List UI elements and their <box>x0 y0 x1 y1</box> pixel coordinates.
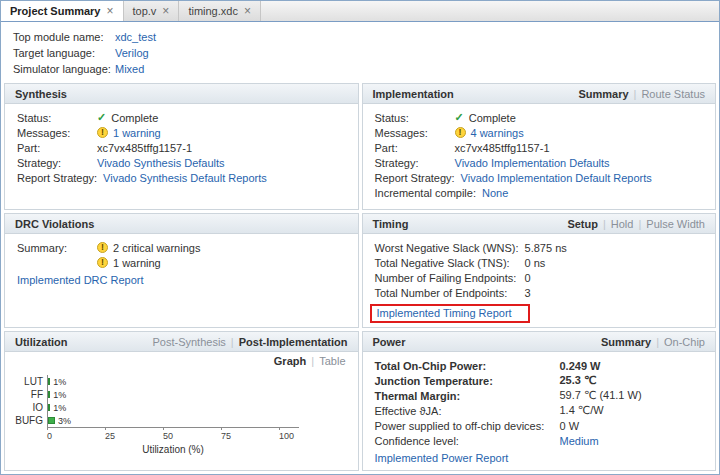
bar-value-label: 1% <box>53 390 66 400</box>
project-info: Top module name: xdc_test Target languag… <box>1 22 719 83</box>
implementation-panel: Implementation Summary | Route Status St… <box>362 83 717 210</box>
bar-value-label: 1% <box>53 403 66 413</box>
utilization-display-switcher: Graph | Table <box>5 352 358 369</box>
bar-track: 1% <box>47 401 299 414</box>
target-language-row: Target language: Verilog <box>13 45 719 61</box>
power-header: Power Summary | On-Chip <box>363 332 716 352</box>
close-icon[interactable]: × <box>162 4 169 18</box>
view-link-post-synthesis[interactable]: Post-Synthesis <box>152 336 225 348</box>
drc-body: Summary: ! 2 critical warnings ! 1 warni… <box>5 234 358 290</box>
view-link-pulse-width[interactable]: Pulse Width <box>646 218 705 230</box>
tab-project-summary[interactable]: Project Summary × <box>1 1 124 21</box>
power-report-row: Implemented Power Report <box>375 452 704 464</box>
incremental-compile-link[interactable]: None <box>482 187 508 199</box>
view-link-hold[interactable]: Hold <box>611 218 634 230</box>
total-endpoints-label: Total Number of Endpoints: <box>375 287 525 299</box>
top-module-link[interactable]: xdc_test <box>115 31 156 43</box>
junction-temp-row: Junction Temperature: 25.3 ℃ <box>375 373 704 388</box>
bar-value-label: 3% <box>58 416 71 426</box>
failing-endpoints-label: Number of Failing Endpoints: <box>375 272 525 284</box>
timing-title: Timing <box>373 218 409 230</box>
view-link-on-chip[interactable]: On-Chip <box>664 336 705 348</box>
drc-warnings: 1 warning <box>113 257 161 269</box>
display-link-table[interactable]: Table <box>319 355 345 367</box>
view-link-summary[interactable]: Summary <box>601 336 651 348</box>
view-link-setup[interactable]: Setup <box>567 218 598 230</box>
category-label: IO <box>5 402 47 413</box>
messages-row: Messages: ! 4 warnings <box>375 125 704 140</box>
utilization-view-switcher: Post-Synthesis | Post-Implementation <box>152 336 347 348</box>
view-link-post-implementation[interactable]: Post-Implementation <box>239 336 348 348</box>
strategy-link[interactable]: Vivado Implementation Defaults <box>455 157 610 169</box>
effective-theta-ja-row: Effective ϑJA: 1.4 ℃/W <box>375 403 704 418</box>
target-language-link[interactable]: Verilog <box>115 47 149 59</box>
top-module-row: Top module name: xdc_test <box>13 29 719 45</box>
drc-header: DRC Violations <box>5 214 358 234</box>
top-module-label: Top module name: <box>13 31 115 43</box>
power-panel: Power Summary | On-Chip Total On-Chip Po… <box>362 331 717 471</box>
messages-link[interactable]: 4 warnings <box>471 127 524 139</box>
status-value: Complete <box>111 112 158 124</box>
implementation-header: Implementation Summary | Route Status <box>363 84 716 104</box>
confidence-level-link[interactable]: Medium <box>560 435 599 447</box>
status-row: Status: ✓ Complete <box>375 110 704 125</box>
messages-link[interactable]: 1 warning <box>113 127 161 139</box>
part-value: xc7vx485tffg1157-1 <box>455 142 550 154</box>
implemented-power-report-link[interactable]: Implemented Power Report <box>375 452 509 464</box>
report-strategy-label: Report Strategy: <box>375 172 461 184</box>
thermal-margin-row: Thermal Margin: 59.7 ℃ (41.1 W) <box>375 388 704 403</box>
separator: | <box>311 355 314 367</box>
implementation-title: Implementation <box>373 88 454 100</box>
tab-top-v[interactable]: top.v × <box>124 1 180 21</box>
check-icon: ✓ <box>97 111 106 124</box>
utilization-title: Utilization <box>15 336 68 348</box>
junction-temp-label: Junction Temperature: <box>375 375 560 387</box>
report-strategy-link[interactable]: Vivado Implementation Default Reports <box>461 172 652 184</box>
effective-theta-ja-value: 1.4 ℃/W <box>560 404 604 417</box>
simulator-language-label: Simulator language: <box>13 63 115 75</box>
check-icon: ✓ <box>455 111 464 124</box>
separator: | <box>634 88 637 100</box>
close-icon[interactable]: × <box>244 4 251 18</box>
thermal-margin-value: 59.7 ℃ (41.1 W) <box>560 389 642 402</box>
chart-row-io: IO 1% <box>5 401 358 414</box>
bar-value-label: 1% <box>53 377 66 387</box>
category-label: BUFG <box>5 415 47 426</box>
failing-endpoints-value: 0 <box>525 272 531 284</box>
report-strategy-link[interactable]: Vivado Synthesis Default Reports <box>103 172 267 184</box>
strategy-row: Strategy: Vivado Implementation Defaults <box>375 155 704 170</box>
messages-label: Messages: <box>375 127 455 139</box>
total-power-label: Total On-Chip Power: <box>375 360 560 372</box>
tab-label: top.v <box>133 5 157 17</box>
total-power-row: Total On-Chip Power: 0.249 W <box>375 358 704 373</box>
implementation-view-switcher: Summary | Route Status <box>578 88 705 100</box>
view-link-summary[interactable]: Summary <box>578 88 628 100</box>
display-link-graph[interactable]: Graph <box>274 355 306 367</box>
tab-label: timing.xdc <box>188 5 238 17</box>
status-label: Status: <box>17 112 97 124</box>
tab-timing-xdc[interactable]: timing.xdc × <box>179 1 261 21</box>
power-view-switcher: Summary | On-Chip <box>601 336 705 348</box>
implemented-timing-report-link[interactable]: Implemented Timing Report <box>377 307 512 319</box>
warning-icon: ! <box>97 127 108 138</box>
power-title: Power <box>373 336 406 348</box>
part-value: xc7vx485tffg1157-1 <box>97 142 192 154</box>
category-label: FF <box>5 389 47 400</box>
effective-theta-ja-label: Effective ϑJA: <box>375 405 560 417</box>
drc-critical-warnings: 2 critical warnings <box>113 242 200 254</box>
off-chip-power-value: 0 W <box>560 420 580 432</box>
utilization-header: Utilization Post-Synthesis | Post-Implem… <box>5 332 358 352</box>
tab-bar: Project Summary × top.v × timing.xdc × <box>1 1 719 22</box>
junction-temp-value: 25.3 ℃ <box>560 374 597 387</box>
off-chip-power-label: Power supplied to off-chip devices: <box>375 420 560 432</box>
strategy-link[interactable]: Vivado Synthesis Defaults <box>97 157 225 169</box>
drc-summary-label: Summary: <box>17 242 97 254</box>
report-strategy-row: Report Strategy: Vivado Implementation D… <box>375 170 704 185</box>
x-axis-title: Utilization (%) <box>47 444 299 455</box>
implemented-drc-report-link[interactable]: Implemented DRC Report <box>17 274 144 286</box>
bar-lut <box>48 378 50 385</box>
view-link-route-status[interactable]: Route Status <box>641 88 705 100</box>
close-icon[interactable]: × <box>106 4 113 18</box>
total-endpoints-row: Total Number of Endpoints: 3 <box>375 285 704 300</box>
simulator-language-link[interactable]: Mixed <box>115 63 144 75</box>
